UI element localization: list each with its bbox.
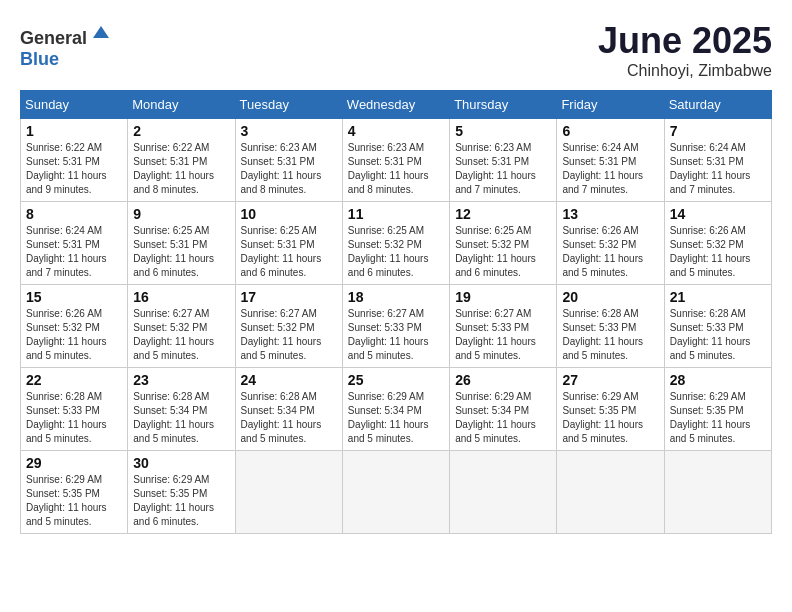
day-number: 30	[133, 455, 229, 471]
day-info: Sunrise: 6:28 AM Sunset: 5:33 PM Dayligh…	[26, 390, 122, 446]
col-wednesday: Wednesday	[342, 91, 449, 119]
day-number: 24	[241, 372, 337, 388]
table-row: 7 Sunrise: 6:24 AM Sunset: 5:31 PM Dayli…	[664, 119, 771, 202]
col-saturday: Saturday	[664, 91, 771, 119]
day-info: Sunrise: 6:26 AM Sunset: 5:32 PM Dayligh…	[562, 224, 658, 280]
table-row: 10 Sunrise: 6:25 AM Sunset: 5:31 PM Dayl…	[235, 202, 342, 285]
day-number: 23	[133, 372, 229, 388]
table-row: 18 Sunrise: 6:27 AM Sunset: 5:33 PM Dayl…	[342, 285, 449, 368]
day-number: 14	[670, 206, 766, 222]
day-number: 1	[26, 123, 122, 139]
day-number: 4	[348, 123, 444, 139]
day-info: Sunrise: 6:25 AM Sunset: 5:31 PM Dayligh…	[241, 224, 337, 280]
day-info: Sunrise: 6:29 AM Sunset: 5:34 PM Dayligh…	[455, 390, 551, 446]
logo-icon	[89, 20, 113, 44]
day-info: Sunrise: 6:24 AM Sunset: 5:31 PM Dayligh…	[26, 224, 122, 280]
table-row: 11 Sunrise: 6:25 AM Sunset: 5:32 PM Dayl…	[342, 202, 449, 285]
day-info: Sunrise: 6:29 AM Sunset: 5:34 PM Dayligh…	[348, 390, 444, 446]
location-title: Chinhoyi, Zimbabwe	[598, 62, 772, 80]
calendar-table: Sunday Monday Tuesday Wednesday Thursday…	[20, 90, 772, 534]
day-info: Sunrise: 6:29 AM Sunset: 5:35 PM Dayligh…	[562, 390, 658, 446]
table-row: 13 Sunrise: 6:26 AM Sunset: 5:32 PM Dayl…	[557, 202, 664, 285]
logo-general: General	[20, 28, 87, 48]
day-info: Sunrise: 6:27 AM Sunset: 5:32 PM Dayligh…	[241, 307, 337, 363]
table-row: 16 Sunrise: 6:27 AM Sunset: 5:32 PM Dayl…	[128, 285, 235, 368]
day-number: 2	[133, 123, 229, 139]
day-info: Sunrise: 6:23 AM Sunset: 5:31 PM Dayligh…	[455, 141, 551, 197]
table-row: 6 Sunrise: 6:24 AM Sunset: 5:31 PM Dayli…	[557, 119, 664, 202]
day-info: Sunrise: 6:22 AM Sunset: 5:31 PM Dayligh…	[133, 141, 229, 197]
day-info: Sunrise: 6:27 AM Sunset: 5:33 PM Dayligh…	[348, 307, 444, 363]
day-number: 25	[348, 372, 444, 388]
day-number: 8	[26, 206, 122, 222]
table-row	[557, 451, 664, 534]
day-number: 16	[133, 289, 229, 305]
table-row: 26 Sunrise: 6:29 AM Sunset: 5:34 PM Dayl…	[450, 368, 557, 451]
day-info: Sunrise: 6:23 AM Sunset: 5:31 PM Dayligh…	[348, 141, 444, 197]
day-number: 7	[670, 123, 766, 139]
day-number: 19	[455, 289, 551, 305]
table-row: 17 Sunrise: 6:27 AM Sunset: 5:32 PM Dayl…	[235, 285, 342, 368]
day-number: 15	[26, 289, 122, 305]
table-row: 1 Sunrise: 6:22 AM Sunset: 5:31 PM Dayli…	[21, 119, 128, 202]
table-row: 2 Sunrise: 6:22 AM Sunset: 5:31 PM Dayli…	[128, 119, 235, 202]
day-info: Sunrise: 6:25 AM Sunset: 5:32 PM Dayligh…	[455, 224, 551, 280]
day-info: Sunrise: 6:29 AM Sunset: 5:35 PM Dayligh…	[670, 390, 766, 446]
day-info: Sunrise: 6:27 AM Sunset: 5:33 PM Dayligh…	[455, 307, 551, 363]
table-row: 15 Sunrise: 6:26 AM Sunset: 5:32 PM Dayl…	[21, 285, 128, 368]
day-number: 6	[562, 123, 658, 139]
day-info: Sunrise: 6:22 AM Sunset: 5:31 PM Dayligh…	[26, 141, 122, 197]
day-number: 26	[455, 372, 551, 388]
table-row	[235, 451, 342, 534]
table-row: 29 Sunrise: 6:29 AM Sunset: 5:35 PM Dayl…	[21, 451, 128, 534]
day-number: 27	[562, 372, 658, 388]
day-info: Sunrise: 6:28 AM Sunset: 5:34 PM Dayligh…	[133, 390, 229, 446]
day-number: 18	[348, 289, 444, 305]
col-tuesday: Tuesday	[235, 91, 342, 119]
table-row: 12 Sunrise: 6:25 AM Sunset: 5:32 PM Dayl…	[450, 202, 557, 285]
table-row: 3 Sunrise: 6:23 AM Sunset: 5:31 PM Dayli…	[235, 119, 342, 202]
month-title: June 2025	[598, 20, 772, 62]
table-row: 22 Sunrise: 6:28 AM Sunset: 5:33 PM Dayl…	[21, 368, 128, 451]
day-info: Sunrise: 6:27 AM Sunset: 5:32 PM Dayligh…	[133, 307, 229, 363]
table-row: 14 Sunrise: 6:26 AM Sunset: 5:32 PM Dayl…	[664, 202, 771, 285]
day-info: Sunrise: 6:29 AM Sunset: 5:35 PM Dayligh…	[133, 473, 229, 529]
day-number: 29	[26, 455, 122, 471]
table-row: 24 Sunrise: 6:28 AM Sunset: 5:34 PM Dayl…	[235, 368, 342, 451]
table-row: 28 Sunrise: 6:29 AM Sunset: 5:35 PM Dayl…	[664, 368, 771, 451]
day-number: 28	[670, 372, 766, 388]
day-info: Sunrise: 6:28 AM Sunset: 5:33 PM Dayligh…	[670, 307, 766, 363]
day-number: 20	[562, 289, 658, 305]
table-row	[450, 451, 557, 534]
title-block: June 2025 Chinhoyi, Zimbabwe	[598, 20, 772, 80]
day-number: 22	[26, 372, 122, 388]
day-info: Sunrise: 6:28 AM Sunset: 5:34 PM Dayligh…	[241, 390, 337, 446]
table-row: 23 Sunrise: 6:28 AM Sunset: 5:34 PM Dayl…	[128, 368, 235, 451]
table-row: 30 Sunrise: 6:29 AM Sunset: 5:35 PM Dayl…	[128, 451, 235, 534]
day-info: Sunrise: 6:26 AM Sunset: 5:32 PM Dayligh…	[26, 307, 122, 363]
day-number: 9	[133, 206, 229, 222]
table-row	[664, 451, 771, 534]
day-number: 12	[455, 206, 551, 222]
day-info: Sunrise: 6:24 AM Sunset: 5:31 PM Dayligh…	[562, 141, 658, 197]
col-friday: Friday	[557, 91, 664, 119]
col-sunday: Sunday	[21, 91, 128, 119]
day-number: 10	[241, 206, 337, 222]
day-number: 17	[241, 289, 337, 305]
table-row: 19 Sunrise: 6:27 AM Sunset: 5:33 PM Dayl…	[450, 285, 557, 368]
table-row: 5 Sunrise: 6:23 AM Sunset: 5:31 PM Dayli…	[450, 119, 557, 202]
day-info: Sunrise: 6:24 AM Sunset: 5:31 PM Dayligh…	[670, 141, 766, 197]
day-info: Sunrise: 6:26 AM Sunset: 5:32 PM Dayligh…	[670, 224, 766, 280]
page-header: General Blue June 2025 Chinhoyi, Zimbabw…	[20, 20, 772, 80]
day-number: 5	[455, 123, 551, 139]
day-info: Sunrise: 6:23 AM Sunset: 5:31 PM Dayligh…	[241, 141, 337, 197]
table-row: 27 Sunrise: 6:29 AM Sunset: 5:35 PM Dayl…	[557, 368, 664, 451]
day-number: 21	[670, 289, 766, 305]
day-info: Sunrise: 6:25 AM Sunset: 5:31 PM Dayligh…	[133, 224, 229, 280]
day-info: Sunrise: 6:25 AM Sunset: 5:32 PM Dayligh…	[348, 224, 444, 280]
logo-blue: Blue	[20, 49, 59, 69]
day-number: 3	[241, 123, 337, 139]
table-row: 20 Sunrise: 6:28 AM Sunset: 5:33 PM Dayl…	[557, 285, 664, 368]
calendar-header-row: Sunday Monday Tuesday Wednesday Thursday…	[21, 91, 772, 119]
col-thursday: Thursday	[450, 91, 557, 119]
